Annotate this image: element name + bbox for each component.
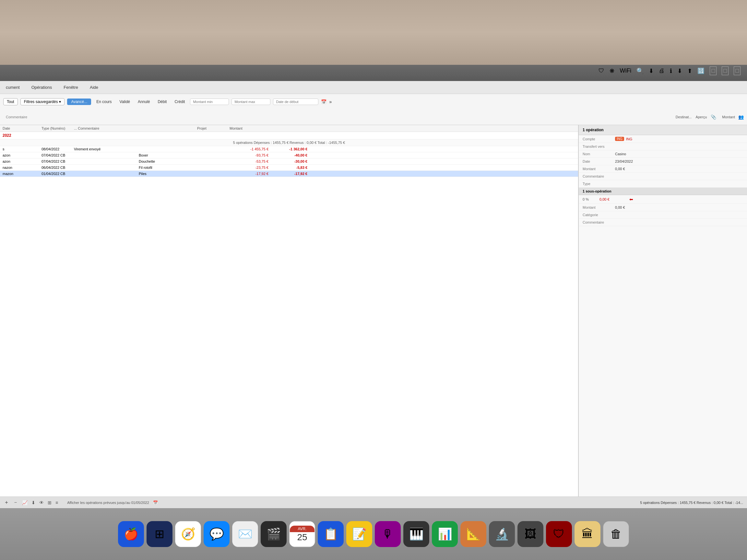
montant-max-input[interactable]: [231, 99, 271, 105]
calc-icon[interactable]: 🔢: [697, 68, 704, 75]
status-summary: 5 opérations Dépenses : 1455,75 € Revenu…: [640, 501, 743, 505]
people-icon[interactable]: 👥: [738, 114, 744, 119]
tx-from-5: mazon: [3, 172, 42, 176]
dock-trash[interactable]: 🗑: [603, 521, 629, 547]
operation-count: 1 opération: [583, 128, 604, 132]
table-row[interactable]: azon 07/04/2022 CB Boxer -93,75 € -40,00…: [0, 152, 578, 158]
dock-facetime[interactable]: 🎬: [261, 521, 287, 547]
tout-button[interactable]: Tout: [3, 98, 18, 105]
export-icon[interactable]: ⬇: [31, 500, 35, 505]
col-type: Type (Numéro): [42, 126, 74, 130]
summary-text: 5 opérations Dépenses : 1455,75 € Revenu…: [233, 141, 345, 144]
grid-icon[interactable]: ⊞: [48, 500, 52, 505]
dock-reminders[interactable]: 📋: [318, 521, 344, 547]
down-icon[interactable]: ⬇: [677, 68, 682, 75]
categorie-label: Catégorie: [583, 213, 615, 217]
dock-messages[interactable]: 💬: [204, 521, 230, 547]
tx-payee-2: Boxer: [139, 153, 197, 157]
detail-montant-row: Montant 0,00 €: [579, 165, 747, 173]
dock-pages[interactable]: 📐: [460, 521, 486, 547]
sous-montant-label: Montant: [583, 206, 615, 209]
eye-icon[interactable]: 👁: [39, 500, 44, 505]
double-arrow-btn[interactable]: »: [329, 99, 332, 104]
toolbar-row2: Commentaire Destinat... Aperçu 📎 Montant…: [0, 110, 747, 125]
menu-aide[interactable]: Aide: [87, 84, 101, 91]
menu-bar: cument Opérations Fenêtre Aide: [0, 81, 747, 94]
tx-running-5: -17,92 €: [268, 172, 307, 176]
credit-button[interactable]: Crédit: [172, 99, 187, 105]
calendar-icon[interactable]: 📅: [321, 99, 327, 104]
calendar-small-icon[interactable]: 📅: [153, 500, 158, 505]
menu-operations[interactable]: Opérations: [29, 84, 55, 91]
tx-date-2: 07/04/2022 CB: [42, 153, 74, 157]
download-icon[interactable]: ⬇: [649, 68, 654, 75]
dock-mail[interactable]: ✉️: [232, 521, 258, 547]
avance-button[interactable]: Avancé...: [67, 99, 91, 105]
tx-from-1: s: [3, 147, 42, 151]
date-debut-input[interactable]: [273, 99, 318, 105]
montant-label: Montant: [722, 115, 735, 119]
dock-xcode[interactable]: 🔬: [489, 521, 515, 547]
sous-op-row: 0 % 0,00 € ⬅: [579, 195, 747, 204]
menu-fenetre[interactable]: Fenêtre: [61, 84, 81, 91]
detail-commentaire-row: Commentaire: [579, 173, 747, 180]
dock-calendar[interactable]: AVR. 25: [289, 521, 315, 547]
dock-launchpad[interactable]: ⊞: [147, 521, 173, 547]
tx-running-3: -30,00 €: [268, 159, 307, 163]
tx-payee-5: Piles: [139, 172, 197, 176]
table-row[interactable]: nazon 06/04/2022 CB Fil rotofil -23,75 €…: [0, 165, 578, 171]
debit-button[interactable]: Débit: [155, 99, 169, 105]
montant-min-input[interactable]: [190, 99, 229, 105]
valide-button[interactable]: Validé: [117, 99, 133, 105]
dock-day: 25: [297, 532, 307, 542]
col-date: Date: [3, 126, 42, 130]
filtres-label: Filtres sauvegardés: [24, 100, 58, 104]
window-icon3[interactable]: □: [734, 66, 741, 75]
dock-notes[interactable]: 📝: [346, 521, 372, 547]
en-cours-button[interactable]: En cours: [94, 99, 114, 105]
status-text: Afficher les opérations prévues jusqu'au…: [67, 501, 149, 505]
year-label: 2022: [3, 133, 11, 138]
dock-shield[interactable]: 🛡: [546, 521, 572, 547]
detail-transfert-row: Transfert vers: [579, 143, 747, 150]
tx-from-2: azon: [3, 153, 42, 157]
tx-amount-5: -17,92 €: [230, 172, 268, 176]
dock-museum[interactable]: 🏛: [574, 521, 600, 547]
table-row[interactable]: azon 07/04/2022 CB Douchette -53,75 € -3…: [0, 158, 578, 165]
toolbar: Tout Filtres sauvegardés ▾ Avancé... En …: [0, 94, 747, 125]
dock-music[interactable]: 🎹: [403, 521, 429, 547]
dock-safari[interactable]: 🧭: [175, 521, 201, 547]
paperclip-icon[interactable]: 📎: [711, 114, 716, 119]
table-row[interactable]: s 08/04/2022 Virement envoyé -1 455,75 €…: [0, 146, 578, 152]
minus-icon[interactable]: －: [13, 499, 18, 506]
detail-compte-row: Compte ING ING: [579, 135, 747, 143]
bar-icon[interactable]: ≡: [55, 500, 58, 505]
shield-icon: 🛡: [598, 68, 604, 74]
info-icon[interactable]: ℹ: [670, 68, 672, 75]
chart-icon[interactable]: 📈: [22, 500, 28, 505]
dock-photos[interactable]: 🖼: [517, 521, 543, 547]
up-icon[interactable]: ⬆: [687, 68, 692, 75]
window-icon1[interactable]: □: [710, 66, 717, 75]
col-projet: Projet: [197, 126, 230, 130]
sous-op-arrow-icon: ⬅: [629, 197, 633, 202]
menu-document[interactable]: cument: [3, 84, 22, 91]
annule-button[interactable]: Annulé: [135, 99, 152, 105]
search-icon[interactable]: 🔍: [637, 68, 644, 75]
detail-type-row: Type: [579, 180, 747, 188]
tx-from-3: azon: [3, 159, 42, 163]
table-row[interactable]: mazon 01/04/2022 CB Piles -17,92 € -17,9…: [0, 171, 578, 177]
sous-operation-header: 1 sous-opération: [579, 188, 747, 195]
window-icon2[interactable]: □: [722, 66, 728, 75]
print-icon[interactable]: 🖨: [659, 68, 665, 74]
tx-amount-1: -1 455,75 €: [230, 147, 268, 151]
filtres-sauvegarde-button[interactable]: Filtres sauvegardés ▾: [20, 98, 65, 105]
add-button[interactable]: ＋: [4, 499, 9, 506]
dock-podcasts[interactable]: 🎙: [375, 521, 401, 547]
tx-date-4: 06/04/2022 CB: [42, 166, 74, 169]
nom-label: Nom: [583, 152, 615, 156]
detail-date-row: Date 23/04/2022: [579, 158, 747, 165]
compte-label: Compte: [583, 137, 615, 141]
dock-finder[interactable]: 🍎: [118, 521, 144, 547]
dock-numbers[interactable]: 📊: [432, 521, 458, 547]
